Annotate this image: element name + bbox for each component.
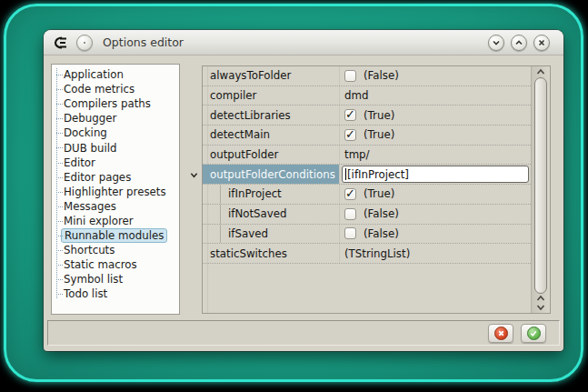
close-button[interactable] — [533, 35, 550, 51]
property-value-label: (False) — [364, 227, 399, 240]
property-name: detectMain — [203, 126, 339, 145]
property-value: (True) — [339, 185, 531, 204]
property-row-alwaysToFolder[interactable]: alwaysToFolder(False) — [203, 66, 531, 86]
property-value-editbox[interactable]: [ifInProject] — [342, 166, 529, 183]
property-value-label: (TStringList) — [344, 247, 410, 260]
category-tree: ApplicationCode metricsCompilers pathsDe… — [51, 64, 180, 315]
check-circle-icon — [527, 327, 541, 340]
property-value: (False) — [339, 225, 531, 244]
property-name: staticSwitches — [203, 244, 339, 263]
minimize-button[interactable] — [488, 35, 504, 51]
text-caret — [345, 168, 346, 180]
property-value: (True) — [339, 126, 531, 145]
checkbox-unchecked-icon[interactable] — [344, 227, 356, 239]
chevron-up-icon — [514, 38, 523, 47]
sidebar-item-label: Compilers paths — [64, 97, 151, 110]
property-row-ifSaved[interactable]: ifSaved(False) — [203, 225, 531, 245]
chevron-up-icon — [536, 68, 545, 75]
checkbox-unchecked-icon[interactable] — [344, 208, 356, 220]
sidebar-item-highlighter-presets[interactable]: Highlighter presets — [52, 185, 179, 199]
property-row-staticSwitches[interactable]: staticSwitches(TStringList) — [203, 244, 531, 264]
sidebar-item-label: Application — [64, 68, 124, 81]
property-name-label: outputFolder — [210, 148, 278, 161]
window-menu-button[interactable] — [76, 35, 93, 51]
sidebar-item-symbol-list[interactable]: Symbol list — [52, 272, 179, 286]
property-name: outputFolderConditions — [203, 165, 339, 184]
sidebar-item-docking[interactable]: Docking — [52, 126, 179, 140]
property-name: ifInProject — [203, 185, 339, 204]
sidebar-item-label: Messages — [64, 200, 116, 213]
cancel-button[interactable] — [488, 324, 513, 343]
chevron-up-icon — [536, 295, 545, 302]
indent-guide — [203, 185, 221, 204]
checkbox-checked-icon[interactable] — [344, 109, 356, 121]
sidebar-item-mini-explorer[interactable]: Mini explorer — [52, 214, 179, 228]
sidebar-item-label: Code metrics — [64, 83, 135, 95]
accept-button[interactable] — [521, 324, 546, 343]
property-name-label: ifInProject — [228, 187, 282, 200]
property-row-ifNotSaved[interactable]: ifNotSaved(False) — [203, 205, 531, 225]
footer-bar — [47, 320, 560, 346]
chevron-down-icon — [536, 304, 545, 311]
vertical-scrollbar[interactable] — [531, 66, 550, 313]
sidebar-item-debugger[interactable]: Debugger — [52, 111, 179, 126]
scroll-up-button-bottom[interactable] — [532, 295, 550, 302]
property-value-label: dmd — [344, 89, 368, 102]
indent-guide — [203, 225, 221, 244]
checkbox-checked-icon[interactable] — [344, 188, 356, 200]
property-value: dmd — [339, 86, 531, 106]
checkbox-checked-icon[interactable] — [344, 129, 356, 141]
sidebar-item-label: DUB build — [64, 142, 117, 155]
property-value-label: (True) — [364, 109, 394, 122]
sidebar-item-todo-list[interactable]: Todo list — [52, 286, 179, 301]
sidebar-item-label: Highlighter presets — [64, 186, 166, 198]
property-value: (False) — [339, 205, 531, 224]
sidebar-item-label: Docking — [64, 126, 107, 139]
indent-guide — [203, 205, 221, 224]
sidebar-item-editor[interactable]: Editor — [52, 156, 179, 170]
property-grid: alwaysToFolder(False)compilerdmddetectLi… — [202, 65, 551, 314]
property-value: (True) — [339, 106, 531, 125]
sidebar-item-static-macros[interactable]: Static macros — [52, 257, 179, 272]
sidebar-item-label: Symbol list — [64, 273, 123, 286]
property-name-label: alwaysToFolder — [210, 69, 291, 82]
scroll-up-button[interactable] — [532, 68, 550, 75]
property-name-label: outputFolderConditions — [210, 168, 335, 181]
sidebar-item-dub-build[interactable]: DUB build — [52, 140, 179, 155]
sidebar-item-runnable-modules[interactable]: Runnable modules — [52, 228, 179, 243]
maximize-button[interactable] — [511, 35, 527, 51]
x-circle-icon — [494, 327, 508, 340]
sidebar-item-label: Editor — [64, 156, 95, 169]
sidebar-item-editor-pages[interactable]: Editor pages — [52, 170, 179, 185]
sidebar-item-application[interactable]: Application — [52, 67, 179, 82]
scrollbar-thumb[interactable] — [534, 77, 547, 294]
sidebar-item-code-metrics[interactable]: Code metrics — [52, 82, 179, 96]
property-name: ifNotSaved — [203, 205, 339, 224]
sidebar-item-compilers-paths[interactable]: Compilers paths — [52, 96, 179, 111]
window-title: Options editor — [103, 35, 184, 49]
chevron-down-icon — [492, 38, 501, 47]
property-row-ifInProject[interactable]: ifInProject(True) — [203, 185, 531, 205]
property-name: compiler — [203, 86, 339, 106]
property-row-compiler[interactable]: compilerdmd — [203, 86, 531, 106]
checkbox-unchecked-icon[interactable] — [344, 70, 356, 82]
property-name: detectLibraries — [203, 106, 339, 125]
property-row-detectLibraries[interactable]: detectLibraries(True) — [203, 106, 531, 126]
property-name-label: detectMain — [210, 128, 270, 141]
row-expander-icon[interactable] — [188, 169, 199, 180]
sidebar-item-shortcuts[interactable]: Shortcuts — [52, 243, 179, 257]
property-value-label: tmp/ — [344, 148, 370, 161]
titlebar[interactable]: Options editor — [44, 30, 563, 55]
property-row-outputFolderConditions[interactable]: outputFolderConditions[ifInProject] — [203, 165, 531, 185]
property-row-outputFolder[interactable]: outputFoldertmp/ — [203, 146, 531, 166]
sidebar-item-label: Debugger — [64, 112, 116, 125]
sidebar-item-label: Todo list — [64, 287, 107, 300]
window-controls — [488, 35, 550, 51]
sidebar-list: ApplicationCode metricsCompilers pathsDe… — [52, 67, 179, 302]
footer-description — [52, 325, 468, 341]
scroll-down-button[interactable] — [532, 304, 550, 311]
editbox-text: [ifInProject] — [347, 168, 409, 181]
sidebar-item-messages[interactable]: Messages — [52, 199, 179, 214]
property-row-detectMain[interactable]: detectMain(True) — [203, 126, 531, 146]
property-grid-rows: alwaysToFolder(False)compilerdmddetectLi… — [203, 66, 531, 313]
